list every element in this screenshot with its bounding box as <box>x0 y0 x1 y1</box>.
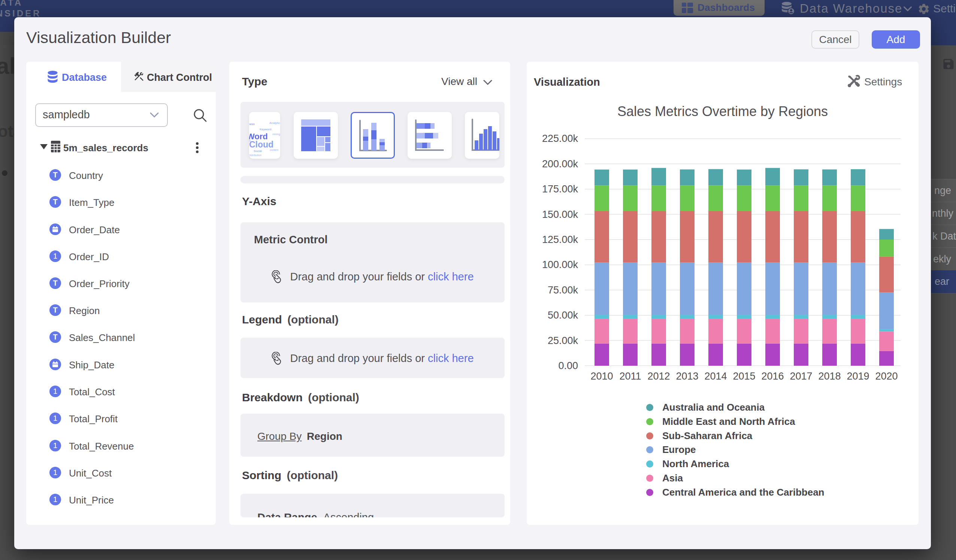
svg-text:25.00k: 25.00k <box>548 335 579 346</box>
svg-text:50.00k: 50.00k <box>548 309 579 321</box>
svg-text:125.00k: 125.00k <box>542 234 579 245</box>
svg-text:225.00k: 225.00k <box>542 133 579 144</box>
svg-text:2016: 2016 <box>761 370 784 382</box>
svg-text:2013: 2013 <box>676 370 698 382</box>
svg-text:2012: 2012 <box>647 370 670 382</box>
svg-text:2014: 2014 <box>704 370 727 382</box>
svg-text:100.00k: 100.00k <box>542 259 579 270</box>
svg-text:2019: 2019 <box>847 370 869 382</box>
svg-text:2020: 2020 <box>875 370 898 382</box>
svg-text:150.00k: 150.00k <box>542 209 579 220</box>
svg-text:75.00k: 75.00k <box>548 284 579 296</box>
svg-text:2015: 2015 <box>733 370 755 382</box>
svg-text:2018: 2018 <box>818 370 841 382</box>
svg-text:2011: 2011 <box>619 370 641 382</box>
svg-text:175.00k: 175.00k <box>542 184 579 195</box>
svg-text:2010: 2010 <box>590 370 613 382</box>
svg-text:0.00: 0.00 <box>558 360 578 371</box>
svg-text:2017: 2017 <box>790 370 812 382</box>
svg-text:200.00k: 200.00k <box>542 158 579 169</box>
